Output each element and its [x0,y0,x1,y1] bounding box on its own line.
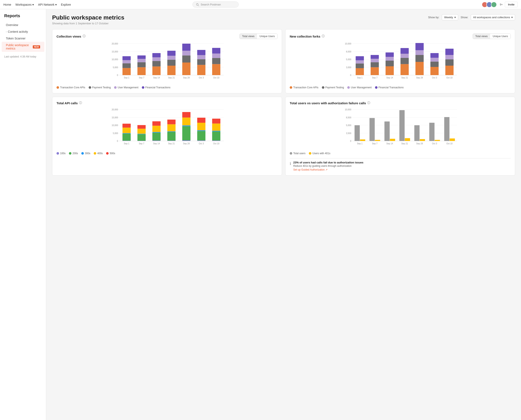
svg-rect-87 [430,53,439,58]
svg-rect-145 [212,119,220,124]
search-placeholder: Search Postman [201,3,221,6]
svg-text:Sep 28: Sep 28 [416,142,423,145]
sidebar-item-public-workspace-metrics[interactable]: Public workspace metrics NEW [2,42,44,52]
page-subtitle: Showing data from 1 September to 17 Octo… [52,22,124,25]
svg-text:3,000: 3,000 [346,66,351,69]
legend-color [81,152,84,155]
svg-text:Sep 28: Sep 28 [183,142,190,145]
legend-item: Financial Transactions [375,86,404,89]
chart4-title: Total users vs users with authorization … [290,101,370,105]
svg-text:Sep 7: Sep 7 [139,77,145,79]
legend-label: Financial Transactions [379,86,404,89]
chart2-toggle-unique[interactable]: Unique Users [490,34,511,39]
svg-rect-16 [123,56,131,60]
nav-workspaces[interactable]: Workspaces ▾ [15,3,34,6]
nav-explore[interactable]: Explore [61,3,71,6]
svg-rect-20 [137,59,146,62]
svg-rect-81 [416,50,424,55]
svg-rect-43 [212,64,220,75]
svg-rect-21 [137,55,146,59]
svg-rect-76 [400,54,409,58]
chart2-svg: 03,0005,0008,00010,000Sep 1Sep 7Sep 14Se… [290,42,511,83]
svg-rect-107 [123,133,131,134]
svg-rect-165 [390,139,395,141]
legend-color [290,152,292,155]
tip-link[interactable]: Set up Guided Authorization ↗ [293,168,363,171]
chart3-header: Total API calls ⓘ [56,101,278,105]
svg-rect-70 [386,61,394,66]
sidebar-item-content-activity[interactable]: › Content activity [2,28,44,35]
svg-rect-113 [137,134,146,134]
legend-color [106,152,109,155]
svg-rect-142 [212,131,220,141]
chart2-title: New collection forks ⓘ [290,34,325,38]
legend-color [322,86,324,89]
chart2-header: New collection forks ⓘ Total views Uniqu… [290,34,511,39]
legend-label: User Management [351,86,372,89]
info-icon: ⓘ [367,101,370,105]
search-bar[interactable]: Search Postman [192,1,239,8]
svg-rect-29 [167,60,175,66]
svg-rect-86 [430,58,439,62]
chevron-right-icon: › [6,31,7,33]
svg-text:Sep 14: Sep 14 [153,77,160,79]
svg-rect-161 [370,118,375,141]
svg-rect-170 [414,125,420,141]
legend-item: 100s [56,152,66,155]
svg-rect-69 [386,66,394,75]
chart2-area: 03,0005,0008,00010,000Sep 1Sep 7Sep 14Se… [290,42,511,83]
sidebar-item-token-scanner[interactable]: Token Scanner [2,35,44,42]
legend-item: User Management [114,86,139,89]
main-content: Public workspace metrics Showing data fr… [46,9,521,420]
svg-rect-111 [137,141,146,141]
legend-label: User Management [118,86,139,89]
avatar-count: 9+ [500,3,503,6]
svg-rect-126 [167,124,175,132]
chart1-toggle-total[interactable]: Total views [240,34,257,39]
legend-label: 300s [85,152,90,155]
nav-home[interactable]: Home [3,3,11,6]
svg-rect-66 [371,59,379,62]
svg-text:0: 0 [350,140,351,142]
svg-line-1 [198,5,199,6]
chart1-legend: Transaction Core APIs Payment Testing Us… [56,86,278,89]
svg-rect-106 [123,134,131,141]
svg-text:0: 0 [117,74,118,76]
chart1-area: 05,00010,00015,00020,000Sep 1Sep 7Sep 14… [56,42,278,83]
chart4-area: 03,5005,0008,50010,000Sep 1Sep 7Sep 14Se… [290,107,511,149]
info-icon: ⓘ [79,101,82,105]
svg-text:Sep 14: Sep 14 [386,77,393,79]
chart1-toggle-unique[interactable]: Unique Users [257,34,277,39]
avatar-group [482,2,497,8]
last-updated-label: Last updated: 4:38 AM today [0,52,46,58]
collection-views-card: Collection views ⓘ Total views Unique Us… [52,29,282,93]
chart3-area: 05,00010,00015,00020,000Sep 1Sep 7Sep 14… [56,107,278,149]
svg-rect-23 [152,67,161,75]
svg-text:Sep 21: Sep 21 [168,77,175,79]
sidebar-item-overview[interactable]: Overview [2,22,44,28]
svg-rect-112 [137,134,146,141]
svg-rect-143 [212,131,220,131]
invite-button[interactable]: Invite [505,2,518,7]
auth-failure-card: Total users vs users with authorization … [285,97,515,176]
legend-item: 500s [106,152,115,155]
svg-rect-167 [399,110,404,141]
svg-rect-31 [167,51,175,56]
svg-text:Sep 28: Sep 28 [416,77,423,79]
legend-label: Transaction Core APIs [60,86,85,89]
chart2-toggle-total[interactable]: Total views [473,34,490,39]
svg-rect-121 [152,121,161,126]
show-select[interactable]: All workspaces and collections ▾ [471,14,515,20]
svg-rect-138 [197,123,205,130]
new-badge: NEW [33,45,40,48]
show-label: Show: [461,16,468,19]
svg-text:15,000: 15,000 [112,116,118,119]
svg-rect-129 [182,140,191,141]
svg-rect-144 [212,124,220,131]
show-by-select[interactable]: Weekly ▾ [442,14,458,20]
legend-label: Transaction Core APIs [293,86,319,89]
page-controls: Show by: Weekly ▾ Show: All workspaces a… [428,14,515,20]
nav-api-network[interactable]: API Network ▾ [38,3,57,6]
svg-rect-35 [182,51,191,56]
legend-label: 100s [60,152,66,155]
